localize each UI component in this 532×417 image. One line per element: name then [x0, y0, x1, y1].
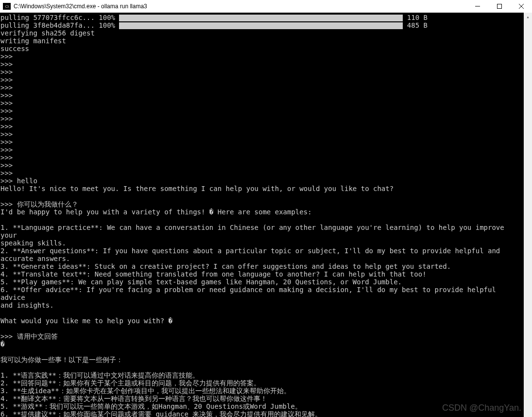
scroll-up-arrow[interactable]: ▴ [524, 13, 532, 21]
close-button[interactable] [510, 0, 532, 13]
window-controls [466, 0, 532, 13]
titlebar[interactable]: C:\ C:\Windows\System32\cmd.exe - ollama… [0, 0, 532, 13]
scroll-track[interactable] [524, 21, 532, 417]
progress-bar [119, 15, 403, 21]
terminal-area: pulling 577073ffcc6c... 100% 110 Bpullin… [0, 13, 532, 417]
vertical-scrollbar[interactable]: ▴ ▾ [524, 13, 532, 417]
cmd-window: C:\ C:\Windows\System32\cmd.exe - ollama… [0, 0, 532, 417]
terminal-output[interactable]: pulling 577073ffcc6c... 100% 110 Bpullin… [0, 13, 524, 417]
maximize-button[interactable] [488, 0, 510, 13]
cmd-icon: C:\ [3, 3, 11, 10]
svg-rect-1 [497, 4, 501, 9]
progress-bar [119, 22, 403, 29]
window-title: C:\Windows\System32\cmd.exe - ollama run… [14, 3, 466, 10]
minimize-button[interactable] [466, 0, 488, 13]
